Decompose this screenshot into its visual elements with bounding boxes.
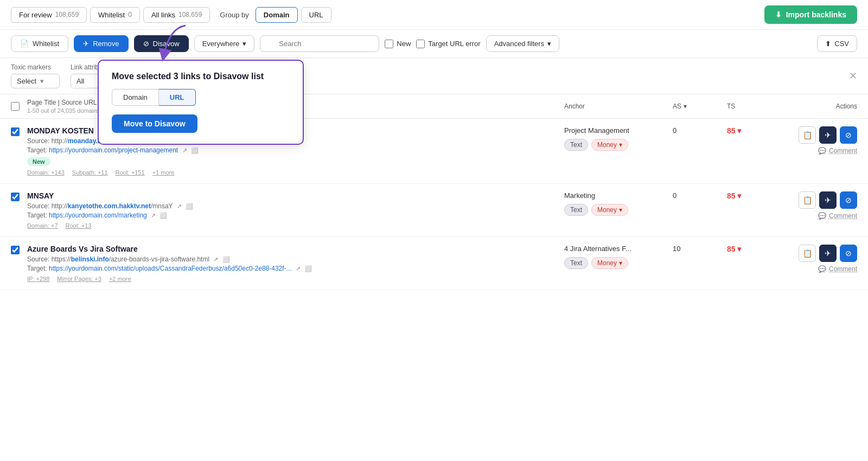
row-checkbox[interactable] — [11, 127, 20, 136]
csv-button[interactable]: ⬆ CSV — [817, 35, 857, 52]
table-row: Azure Boards Vs Jira Software Source: ht… — [0, 237, 868, 290]
chevron-down-icon[interactable]: ▾ — [737, 126, 741, 135]
anchor-tag-money[interactable]: Money ▾ — [591, 139, 628, 151]
group-by-domain-btn[interactable]: Domain — [256, 7, 298, 23]
source-url-bold[interactable]: kanyetothe.com.hakktv.net — [68, 202, 151, 210]
remove-action-button[interactable]: ✈ — [819, 191, 837, 209]
tab-for-review[interactable]: For review 108,659 — [11, 7, 87, 23]
remove-action-button[interactable]: ✈ — [819, 126, 837, 144]
chevron-down-icon[interactable]: ▾ — [737, 191, 741, 200]
import-backlinks-button[interactable]: ⬇ Import backlinks — [764, 5, 857, 24]
whitelist-button[interactable]: 📄 Whitelist — [11, 35, 68, 52]
external-link-icon[interactable]: ↗ — [296, 265, 301, 272]
external-link-icon[interactable]: ↗ — [213, 256, 218, 262]
copy-icon[interactable]: ⬜ — [222, 256, 230, 262]
top-bar: For review 108,659 Whitelist 0 All links… — [0, 0, 868, 30]
target-url[interactable]: https://yourdomain.com/marketing — [49, 212, 147, 219]
row-anchor-cell: Project Management TextMoney ▾ — [564, 126, 673, 151]
group-by-url-btn[interactable]: URL — [301, 7, 331, 23]
row-target: Target: https://yourdomain.com/project-m… — [27, 146, 564, 154]
source-url-bold[interactable]: belinski.info — [71, 255, 109, 263]
header-ts-col: TS — [727, 103, 770, 110]
row-anchor-cell: Marketing TextMoney ▾ — [564, 191, 673, 216]
remove-action-button[interactable]: ✈ — [819, 245, 837, 262]
new-checkbox-label[interactable]: New — [385, 40, 411, 48]
chevron-down-icon[interactable]: ▾ — [737, 245, 741, 253]
close-filters-icon[interactable]: ✕ — [849, 70, 857, 82]
search-input[interactable] — [260, 35, 379, 52]
disavow-url-option[interactable]: URL — [159, 89, 196, 106]
remove-icon: ✈ — [83, 40, 89, 48]
comment-button[interactable]: 💬 Comment — [818, 147, 857, 155]
copy-icon[interactable]: ⬜ — [304, 265, 312, 272]
download-icon: ⬇ — [775, 10, 782, 19]
row-target: Target: https://yourdomain.com/marketing… — [27, 212, 564, 219]
row-ts-cell: 85 ▾ — [727, 191, 770, 200]
tab-whitelist-label: Whitelist — [98, 11, 125, 19]
target-url-error-checkbox[interactable] — [416, 40, 425, 48]
chevron-down-icon: ▾ — [619, 141, 622, 149]
header-actions-col: Actions — [770, 103, 857, 110]
row-checkbox[interactable] — [11, 246, 20, 254]
meta-link[interactable]: Subpath: +11 — [72, 169, 108, 176]
anchor-tag-text: Text — [564, 139, 588, 151]
anchor-tag-text: Text — [564, 204, 588, 216]
meta-link[interactable]: Domain: +143 — [27, 169, 65, 176]
disavow-action-button[interactable]: ⊘ — [840, 126, 857, 144]
chevron-down-icon: ▾ — [242, 40, 246, 48]
copy-icon[interactable]: ⬜ — [159, 212, 167, 219]
target-url[interactable]: https://yourdomain.com/static/uploads/Ca… — [49, 265, 292, 272]
meta-link[interactable]: +1 more — [152, 169, 175, 176]
meta-link[interactable]: Root: +151 — [116, 169, 145, 176]
meta-link[interactable]: Root: +13 — [66, 222, 92, 229]
action-icons: 📋 ✈ ⊘ — [799, 126, 857, 144]
disavow-options: Domain URL — [112, 89, 290, 106]
ts-value: 85 — [727, 245, 736, 253]
remove-button[interactable]: ✈ Remove — [74, 35, 128, 52]
meta-link[interactable]: IP: +298 — [27, 276, 49, 282]
row-checkbox[interactable] — [11, 193, 20, 201]
disavow-action-button[interactable]: ⊘ — [840, 191, 857, 209]
meta-link[interactable]: Mirror Pages: +3 — [57, 276, 101, 282]
copy-icon[interactable]: ⬜ — [191, 147, 199, 153]
anchor-tag-money[interactable]: Money ▾ — [591, 257, 628, 269]
new-checkbox[interactable] — [385, 40, 393, 48]
filter-toxic-markers: Toxic markers Select ▾ — [11, 63, 60, 88]
meta-link[interactable]: +2 more — [109, 276, 131, 282]
filter-toxic-markers-select[interactable]: Select ▾ — [11, 74, 60, 88]
meta-link[interactable]: Domain: +7 — [27, 222, 58, 229]
move-to-disavow-button[interactable]: Move to Disavow — [112, 114, 197, 133]
copy-action-button[interactable]: 📋 — [799, 245, 816, 262]
copy-action-button[interactable]: 📋 — [799, 191, 816, 209]
tab-all-links[interactable]: All links 108,659 — [143, 7, 210, 23]
external-link-icon[interactable]: ↗ — [177, 203, 182, 209]
chevron-down-icon: ▾ — [40, 77, 44, 85]
target-url[interactable]: https://yourdomain.com/project-managemen… — [49, 146, 178, 154]
disavow-popup: Move selected 3 links to Disavow list Do… — [98, 60, 304, 145]
sort-icon[interactable]: ▾ — [684, 103, 687, 110]
chevron-down-icon: ▾ — [547, 40, 551, 48]
external-link-icon[interactable]: ↗ — [182, 147, 187, 153]
comment-icon: 💬 — [818, 265, 826, 273]
external-link-icon[interactable]: ↗ — [151, 212, 156, 219]
tab-for-review-label: For review — [19, 11, 52, 19]
row-checkbox-cell — [11, 126, 27, 138]
tab-whitelist-count: 0 — [128, 11, 132, 18]
copy-icon[interactable]: ⬜ — [186, 203, 193, 209]
copy-action-button[interactable]: 📋 — [799, 126, 816, 144]
advanced-filters-button[interactable]: Advanced filters ▾ — [486, 35, 560, 52]
row-checkbox-cell — [11, 191, 27, 203]
disavow-domain-option[interactable]: Domain — [112, 89, 159, 106]
anchor-tag-money[interactable]: Money ▾ — [591, 204, 628, 216]
comment-button[interactable]: 💬 Comment — [818, 212, 857, 220]
new-badge: New — [27, 157, 50, 166]
target-url-error-checkbox-label[interactable]: Target URL error — [416, 40, 480, 48]
anchor-tags: TextMoney ▾ — [564, 204, 673, 216]
comment-button[interactable]: 💬 Comment — [818, 265, 857, 273]
disavow-action-button[interactable]: ⊘ — [840, 245, 857, 262]
select-all-checkbox[interactable] — [11, 102, 20, 111]
source-url-suffix: /mnsaY — [151, 202, 173, 210]
header-checkbox-cell — [11, 102, 27, 111]
tab-whitelist[interactable]: Whitelist 0 — [90, 7, 140, 23]
anchor-tag-text: Text — [564, 257, 588, 269]
